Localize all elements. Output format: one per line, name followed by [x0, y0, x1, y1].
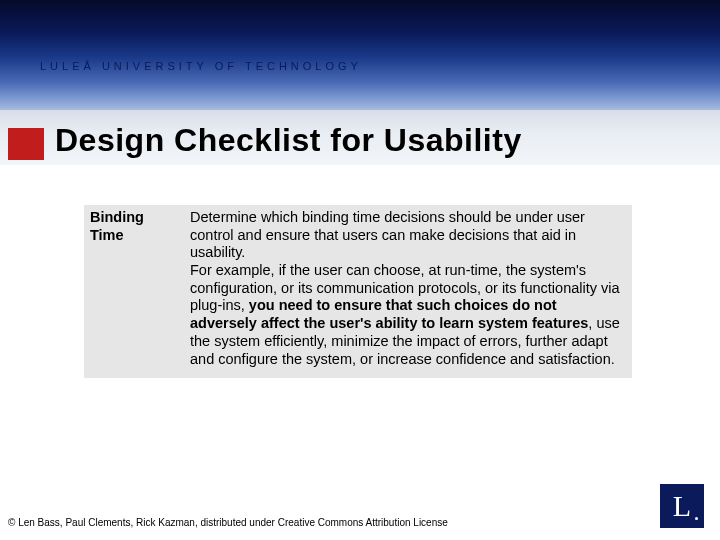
university-name: LULEÅ UNIVERSITY OF TECHNOLOGY [40, 60, 362, 72]
table-row: Binding Time Determine which binding tim… [84, 205, 632, 378]
row-label: Binding Time [84, 205, 184, 378]
checklist-table: Binding Time Determine which binding tim… [84, 205, 632, 378]
row-description: Determine which binding time decisions s… [184, 205, 632, 378]
desc-text-1: Determine which binding time decisions s… [190, 209, 585, 260]
logo-letter: L [673, 489, 691, 523]
logo-dot [695, 517, 698, 520]
title-accent-block [8, 128, 44, 160]
desc-bold: you need to ensure that such choices do … [190, 297, 588, 331]
slide-title: Design Checklist for Usability [55, 122, 522, 159]
copyright-footer: © Len Bass, Paul Clements, Rick Kazman, … [8, 517, 448, 528]
university-logo: L [660, 484, 704, 528]
